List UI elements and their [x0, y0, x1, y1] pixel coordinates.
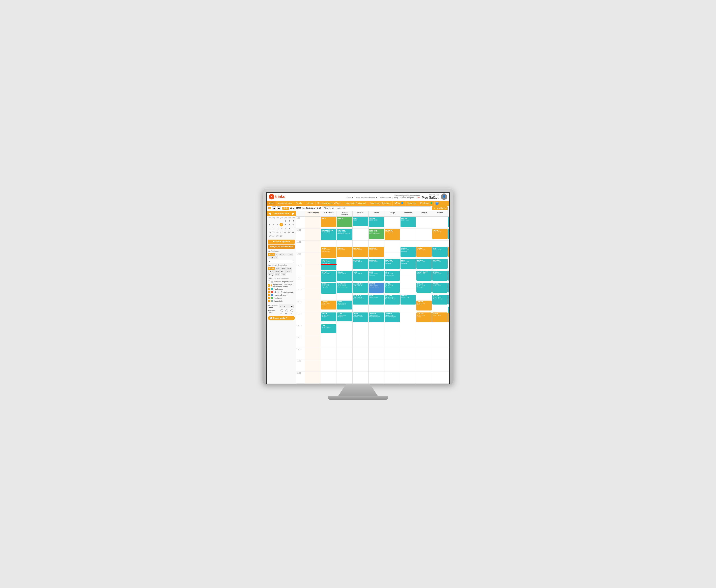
cal-day-2[interactable]: 2: [288, 219, 291, 223]
appt-juliana-3[interactable]: MAYARA 11:30 - 14:00: [432, 259, 448, 269]
cal-day-1[interactable]: 1: [283, 219, 287, 223]
cat-dep[interactable]: DEP: [274, 270, 280, 273]
appt-juliana-6[interactable]: THIANE 14:45 - 16:00 Escova de Argan: [432, 295, 448, 304]
appt-diego-6[interactable]: JESSICA 14:45 - 16:30 Escova de Argan: [385, 313, 400, 322]
appt-1ju-7[interactable]: LETICIA 17:00 - 18:00 Escova: [321, 300, 336, 310]
cat-cab[interactable]: CAB: [286, 267, 292, 270]
appt-jacque-4[interactable]: BIOMAR 14:45 - 16:00 Coloração: [416, 283, 432, 293]
appt-karyn-3[interactable]: ISABEL 14:00 - 16:00: [448, 247, 449, 257]
appt-jacque-6[interactable]: LUCANA 17:00 - 18:00 Luzes: [416, 313, 432, 322]
chip-todos[interactable]: Todos: [268, 253, 275, 256]
tamanho-g-radio[interactable]: [291, 309, 293, 312]
appt-fernando-2[interactable]: ISABEL 11:00 - 14:00 Depilação: [401, 247, 416, 257]
appt-jacque-5[interactable]: LETICIA 14:00 - 15:00 Escova: [416, 300, 432, 311]
appt-karyn-8[interactable]: MARIA 13:00 - 16:00: [448, 313, 449, 322]
cal-day-18[interactable]: 18: [268, 230, 271, 234]
tamanho-m-radio[interactable]: [285, 309, 288, 312]
logo[interactable]: t trinks: [269, 194, 285, 200]
cat-todas[interactable]: Todas: [268, 267, 275, 270]
cal-day-24[interactable]: 24: [291, 230, 295, 234]
chip-c[interactable]: C: [282, 253, 286, 256]
appt-brenda-1[interactable]: LIVIA 09:30: [353, 217, 368, 226]
appt-bianca-2[interactable]: CRISTINA 09:30 - 11:00 Depilação com Cer…: [337, 229, 352, 240]
appt-1ju-1[interactable]: BAÚ?: [321, 217, 336, 227]
appt-karyn-2[interactable]: PAULA 11:30 - 13:30: [448, 229, 449, 239]
today-btn[interactable]: Hoje: [282, 207, 289, 210]
appt-bianca-1[interactable]: NARUN... 9:00 -: [337, 217, 352, 227]
cal-next[interactable]: ▶: [292, 212, 294, 215]
cal-day-22[interactable]: 22: [283, 230, 287, 234]
chip-b[interactable]: B: [278, 253, 282, 256]
appt-diego-4[interactable]: CAMILA 12:00 - 13:00 Manicure: [385, 283, 400, 293]
status-nao-compareceu-check[interactable]: ✓: [268, 291, 270, 293]
status-confirmado-check[interactable]: ✓: [268, 288, 270, 290]
cal-day-25[interactable]: 25: [268, 234, 271, 238]
appt-1ju-9[interactable]: LIANA 14:00 - 14:30: [321, 324, 336, 333]
appt-diego-5[interactable]: CLARISE 14:00 - 15:00 Escova de Argan: [385, 295, 400, 304]
appt-carina-5[interactable]: ELIS 12:09 - 13:00 Manicure: [369, 271, 384, 281]
nav-inicio[interactable]: Início: [267, 201, 276, 205]
appt-jacque-3[interactable]: MARIA CLARA 12:00 - 13:00: [416, 271, 432, 281]
appt-brenda-6[interactable]: RAFAELA 14:00 - 16:00 Escova de Argan: [353, 295, 368, 304]
appt-bianca-3[interactable]: CARLA Hora: 11:00: [337, 247, 352, 257]
appt-brenda-3[interactable]: BIANCA 12:00 - 13:00: [353, 259, 368, 269]
chip-1[interactable]: 1: [275, 253, 278, 256]
appt-1ju-5[interactable]: CARLA 14:00 - 16:00: [321, 271, 336, 282]
appt-diego-2[interactable]: CLAUDIA 12:09 - 13:00 Manicure: [385, 259, 400, 269]
appt-diego-1[interactable]: PATRICIA 11:30 - 13:00: [385, 229, 400, 240]
appt-1ju-8[interactable]: CARLA 14:00 - 14:30 Manicure: [321, 313, 336, 321]
appt-jacque-1[interactable]: PAULA 11:30 - 13:00: [416, 247, 432, 257]
chip-m[interactable]: M: [275, 256, 278, 259]
appt-1ju-2[interactable]: MARIA CLARA 09:30 - 11:00: [321, 229, 336, 240]
cat-est[interactable]: EST: [280, 270, 286, 273]
fale-conosco-link[interactable]: Fale Conosco: [380, 197, 392, 198]
cal-day-21[interactable]: 21: [279, 230, 283, 234]
appt-brenda-4[interactable]: TAIS 12:00 - 13:00: [353, 271, 368, 281]
appt-1ju-6[interactable]: ISABELA 14:45 - 16:00 Depilação: [321, 283, 336, 294]
appt-brenda-5[interactable]: JAQUELINE 13:00 - 15:00 Corte: [353, 283, 368, 293]
cat-sob[interactable]: SOB: [275, 273, 280, 276]
central-ajuda-link[interactable]: Central de Ajuda: [401, 197, 414, 198]
cat-maq[interactable]: MAQ: [268, 273, 274, 276]
appt-carina-7[interactable]: MARIA 14:00 - 14:00: [369, 295, 384, 304]
prev-btn[interactable]: ◀: [272, 206, 276, 210]
cal-prev[interactable]: ◀: [268, 212, 271, 215]
appt-karyn-5[interactable]: ELIS 12:00 - 13:00 Manicure: [448, 283, 449, 293]
appt-carina-4[interactable]: JANAINA 12:00 - 13:00: [369, 259, 384, 269]
appt-bianca-5[interactable]: CLARISSE 14:15 - 16:30 Escova de Argan: [337, 283, 352, 293]
nav-marketing[interactable]: Marketing: [405, 201, 418, 205]
cat-mao[interactable]: MAO: [286, 270, 292, 273]
cat-tra[interactable]: TRA: [281, 273, 286, 276]
appt-karyn-1[interactable]: MAYARA 12:00 - 13:00: [448, 217, 449, 227]
cal-day-14[interactable]: 14: [279, 227, 283, 230]
avatar[interactable]: 👤: [441, 193, 447, 200]
cal-day-27[interactable]: 27: [276, 234, 279, 238]
appt-fernando-1[interactable]: BRIONA 10:00 - 11:00: [401, 217, 416, 227]
cat-ban[interactable]: BAN: [280, 267, 286, 270]
cal-day-17[interactable]: 17: [291, 227, 295, 230]
appt-carina-8[interactable]: JESSICA 14:45 - 16:00 Escova de Argan: [369, 313, 384, 322]
cal-day-20[interactable]: 20: [276, 230, 279, 234]
nav-fidelidade[interactable]: Fidelidade: [418, 201, 435, 206]
selecao-profissionais-btn[interactable]: Seleção de Profissionais: [268, 245, 295, 249]
appt-fernando-4[interactable]: LETICIA 14:00 - 15:00: [401, 295, 416, 304]
appt-bianca-7[interactable]: ALINE 12:00 - 13:00 Manicure: [337, 313, 352, 321]
novidades-btn[interactable]: 🔔 Novidades: [432, 206, 448, 210]
cal-day-3[interactable]: 3: [291, 219, 295, 223]
tamanho-p-radio[interactable]: [280, 309, 283, 312]
status-ausencia-check[interactable]: [268, 280, 270, 283]
cat-cba[interactable]: CBA: [268, 270, 274, 273]
cal-day-16[interactable]: 16: [288, 227, 291, 230]
search-input[interactable]: [322, 206, 431, 210]
appt-bianca-4[interactable]: HELEN 14:00 - 14:30: [337, 271, 352, 281]
nav-nfse[interactable]: NFS-e: [393, 201, 405, 206]
status-finalizado-check[interactable]: ✓: [268, 297, 270, 299]
cal-day-7[interactable]: 7: [279, 223, 283, 227]
cal-day-19[interactable]: 19: [272, 230, 275, 234]
cal-day-4[interactable]: 4: [268, 223, 271, 227]
nav-financeiro[interactable]: Financeiro e Relatórios: [368, 201, 393, 205]
fechamento-select[interactable]: Todos: [279, 304, 294, 308]
appt-karyn-6[interactable]: CAMILA 12:00 - 13:00 Manicure: [448, 295, 449, 304]
appt-karyn-4[interactable]: MARIA CLARA 09:30 - 11:00: [448, 271, 449, 281]
appt-juliana-4[interactable]: BRUNA 13:00 - 14:00: [432, 271, 448, 281]
